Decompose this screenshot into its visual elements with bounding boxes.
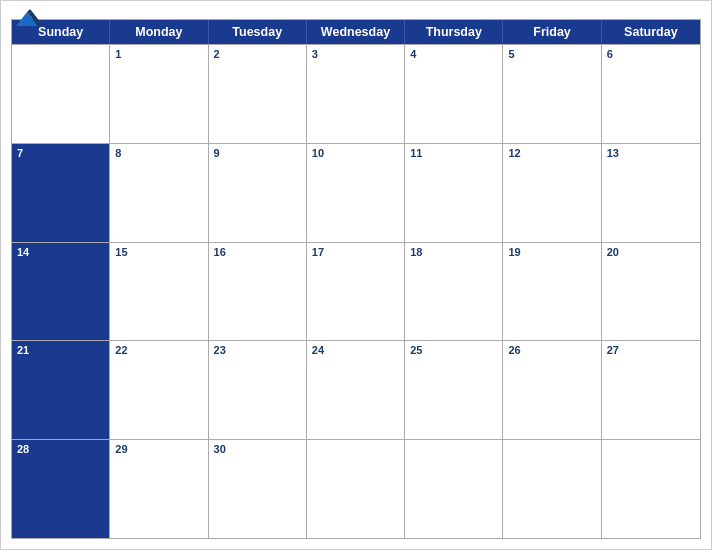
weeks-container: 1234567891011121314151617181920212223242… [12, 44, 700, 538]
day-number: 11 [405, 144, 502, 162]
week-row-3: 21222324252627 [12, 340, 700, 439]
day-number: 27 [602, 341, 700, 359]
week-row-0: 123456 [12, 44, 700, 143]
day-cell: 3 [307, 45, 405, 143]
day-cell: 20 [602, 243, 700, 341]
day-number: 10 [307, 144, 404, 162]
day-cell: 13 [602, 144, 700, 242]
day-cell: 17 [307, 243, 405, 341]
day-cell: 25 [405, 341, 503, 439]
day-cell: 15 [110, 243, 208, 341]
day-number: 14 [12, 243, 109, 261]
day-header-tuesday: Tuesday [209, 20, 307, 44]
day-cell: 5 [503, 45, 601, 143]
day-header-saturday: Saturday [602, 20, 700, 44]
day-number: 2 [209, 45, 306, 63]
day-cell: 18 [405, 243, 503, 341]
day-cell: 1 [110, 45, 208, 143]
day-header-wednesday: Wednesday [307, 20, 405, 44]
day-header-thursday: Thursday [405, 20, 503, 44]
week-row-1: 78910111213 [12, 143, 700, 242]
day-number: 19 [503, 243, 600, 261]
day-cell: 21 [12, 341, 110, 439]
day-number: 17 [307, 243, 404, 261]
day-number: 8 [110, 144, 207, 162]
day-number: 12 [503, 144, 600, 162]
day-cell: 28 [12, 440, 110, 538]
day-number: 18 [405, 243, 502, 261]
week-row-4: 282930 [12, 439, 700, 538]
day-cell: 6 [602, 45, 700, 143]
day-cell: 22 [110, 341, 208, 439]
day-number: 1 [110, 45, 207, 63]
day-number: 25 [405, 341, 502, 359]
day-number: 4 [405, 45, 502, 63]
day-cell: 29 [110, 440, 208, 538]
day-number: 20 [602, 243, 700, 261]
day-cell: 2 [209, 45, 307, 143]
day-cell: 4 [405, 45, 503, 143]
day-header-friday: Friday [503, 20, 601, 44]
day-number: 6 [602, 45, 700, 63]
day-cell: 14 [12, 243, 110, 341]
day-number: 26 [503, 341, 600, 359]
week-row-2: 14151617181920 [12, 242, 700, 341]
day-number: 22 [110, 341, 207, 359]
day-cell [405, 440, 503, 538]
day-cell: 19 [503, 243, 601, 341]
day-number: 16 [209, 243, 306, 261]
day-cell: 9 [209, 144, 307, 242]
day-number: 28 [12, 440, 109, 458]
day-cell [602, 440, 700, 538]
day-headers: SundayMondayTuesdayWednesdayThursdayFrid… [12, 20, 700, 44]
day-cell: 8 [110, 144, 208, 242]
day-number: 7 [12, 144, 109, 162]
day-cell: 10 [307, 144, 405, 242]
day-cell: 11 [405, 144, 503, 242]
day-number: 23 [209, 341, 306, 359]
day-number: 29 [110, 440, 207, 458]
day-header-monday: Monday [110, 20, 208, 44]
day-cell: 7 [12, 144, 110, 242]
day-cell: 12 [503, 144, 601, 242]
day-cell [307, 440, 405, 538]
day-number: 13 [602, 144, 700, 162]
day-cell: 26 [503, 341, 601, 439]
day-number: 5 [503, 45, 600, 63]
day-cell: 16 [209, 243, 307, 341]
day-number: 21 [12, 341, 109, 359]
day-number: 15 [110, 243, 207, 261]
day-cell: 27 [602, 341, 700, 439]
day-cell: 24 [307, 341, 405, 439]
day-number: 3 [307, 45, 404, 63]
logo [13, 9, 41, 29]
calendar: SundayMondayTuesdayWednesdayThursdayFrid… [0, 0, 712, 550]
day-number: 24 [307, 341, 404, 359]
day-cell [12, 45, 110, 143]
logo-icon [13, 9, 41, 29]
calendar-grid: SundayMondayTuesdayWednesdayThursdayFrid… [11, 19, 701, 539]
day-number: 30 [209, 440, 306, 458]
calendar-header [1, 1, 711, 15]
day-cell: 23 [209, 341, 307, 439]
day-cell: 30 [209, 440, 307, 538]
day-cell [503, 440, 601, 538]
day-number: 9 [209, 144, 306, 162]
